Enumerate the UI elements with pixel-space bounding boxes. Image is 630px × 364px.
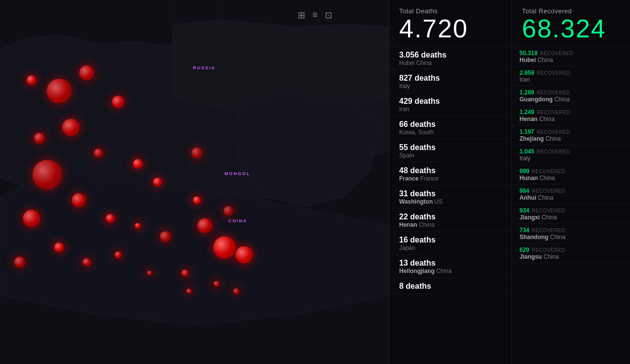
deaths-location: Washington US (399, 198, 502, 205)
recovered-location: Italy (519, 155, 623, 162)
recovered-location: Zhejiang China (519, 135, 623, 142)
recovered-location: Henan China (519, 116, 623, 122)
deaths-location: Spain (399, 152, 502, 159)
deaths-total-value: 4.720 (399, 16, 502, 41)
recovered-count-line: 1.045RECOVERED (519, 148, 623, 155)
recovered-list-item: 2.959RECOVEREDIran (512, 66, 630, 86)
recovered-location: Iran (519, 76, 623, 83)
recovered-count: 1.289 (519, 89, 534, 96)
grid-icon[interactable]: ⊞ (298, 10, 305, 21)
deaths-list-item: 3.056 deathsHubei China (389, 47, 511, 70)
recovered-list-item: 1.045RECOVEREDItaly (512, 145, 630, 165)
recovered-list-item: 1.249RECOVEREDHenan China (512, 106, 630, 125)
recovered-location: Jiangsu China (519, 253, 623, 260)
deaths-list-item: 66 deathsKorea, South (389, 116, 511, 139)
deaths-count: 429 deaths (399, 97, 502, 106)
deaths-location: Heilongjiang China (399, 268, 502, 274)
deaths-list-item: 16 deathsJapan (389, 232, 511, 255)
recovered-count: 2.959 (519, 69, 534, 76)
recovered-sublabel: RECOVERED (537, 70, 570, 76)
recovered-count-line: 999RECOVERED (519, 168, 623, 175)
recovered-list-item: 999RECOVEREDHunan China (512, 165, 630, 184)
deaths-count: 13 deaths (399, 259, 502, 268)
recovered-list-item: 629RECOVEREDJiangsu China (512, 243, 630, 263)
deaths-list-item: 13 deathsHeilongjiang China (389, 255, 511, 278)
recovered-list-item: 734RECOVEREDShandong China (512, 224, 630, 243)
deaths-count: 66 deaths (399, 120, 502, 129)
deaths-location: Japan (399, 244, 502, 251)
deaths-location: Iran (399, 106, 502, 113)
recovered-total-value: 68.324 (522, 16, 620, 41)
recovered-count: 1.045 (519, 148, 534, 155)
deaths-location: Korea, South (399, 129, 502, 136)
recovered-location: Anhui China (519, 194, 623, 201)
deaths-list-item: 31 deathsWashington US (389, 185, 511, 209)
recovered-count-line: 734RECOVERED (519, 227, 623, 234)
deaths-list-item: 827 deathsItaly (389, 70, 511, 93)
chart-icon[interactable]: ⊡ (325, 10, 332, 21)
recovered-location: Jiangxi China (519, 214, 623, 221)
recovered-count: 734 (519, 227, 529, 234)
recovered-sublabel: RECOVERED (532, 228, 566, 233)
deaths-header: Total Deaths 4.720 (389, 0, 511, 47)
map-background: RUSSIA MONGOL CHINA (0, 0, 394, 364)
recovered-count-line: 1.197RECOVERED (519, 128, 623, 135)
recovered-sublabel: RECOVERED (537, 129, 570, 135)
recovered-count-line: 1.289RECOVERED (519, 89, 623, 96)
recovered-header-label: Total Recovered (522, 7, 620, 15)
recovered-sublabel: RECOVERED (537, 90, 570, 95)
recovered-count: 1.197 (519, 128, 534, 135)
recovered-list-item: 50.318RECOVEREDHubei China (512, 47, 630, 66)
recovered-count: 629 (519, 246, 529, 253)
recovered-sublabel: RECOVERED (537, 110, 570, 115)
recovered-location: Shandong China (519, 234, 623, 241)
recovered-sublabel: RECOVERED (532, 188, 566, 194)
deaths-list-item: 55 deathsSpain (389, 139, 511, 162)
deaths-list-item: 429 deathsIran (389, 93, 511, 116)
recovered-location: Hunan China (519, 175, 623, 182)
recovered-count: 999 (519, 168, 529, 175)
recovered-list-item: 934RECOVEREDJiangxi China (512, 204, 630, 224)
recovered-count-line: 629RECOVERED (519, 246, 623, 253)
deaths-column: Total Deaths 4.720 3.056 deathsHubei Chi… (389, 0, 512, 364)
deaths-list-item: 22 deathsHenan China (389, 209, 511, 232)
table-icon[interactable]: ≡ (313, 10, 318, 21)
recovered-sublabel: RECOVERED (532, 208, 566, 213)
deaths-count: 16 deaths (399, 236, 502, 244)
recovered-sublabel: RECOVERED (540, 51, 573, 56)
deaths-count: 31 deaths (399, 189, 502, 198)
recovered-count: 1.249 (519, 109, 534, 116)
deaths-list-item: 48 deathsFrance France (389, 162, 511, 185)
deaths-count: 48 deaths (399, 166, 502, 175)
recovered-column: Total Recovered 68.324 50.318RECOVEREDHu… (512, 0, 630, 364)
recovered-list-item: 1.289RECOVEREDGuangdong China (512, 86, 630, 106)
deaths-location: Hubei China (399, 60, 502, 66)
deaths-count: 3.056 deaths (399, 51, 502, 60)
recovered-list-item: 1.197RECOVEREDZhejiang China (512, 125, 630, 145)
recovered-count: 50.318 (519, 50, 537, 57)
recovered-location: Hubei China (519, 57, 623, 63)
deaths-header-label: Total Deaths (399, 7, 502, 15)
deaths-count: 22 deaths (399, 212, 502, 221)
recovered-list-item: 984RECOVEREDAnhui China (512, 184, 630, 204)
deaths-location: France France (399, 175, 502, 182)
deaths-location: Henan China (399, 221, 502, 228)
deaths-count: 827 deaths (399, 74, 502, 83)
recovered-count-line: 1.249RECOVERED (519, 109, 623, 116)
recovered-count-line: 984RECOVERED (519, 187, 623, 194)
recovered-count: 934 (519, 207, 529, 214)
recovered-location: Guangdong China (519, 96, 623, 103)
recovered-sublabel: RECOVERED (532, 247, 566, 253)
toolbar: ⊞ ≡ ⊡ (298, 10, 333, 21)
right-panel: Total Deaths 4.720 3.056 deathsHubei Chi… (389, 0, 630, 364)
recovered-count-line: 934RECOVERED (519, 207, 623, 214)
deaths-list-item: 8 deaths (389, 278, 511, 294)
recovered-count-line: 2.959RECOVERED (519, 69, 623, 76)
recovered-count-line: 50.318RECOVERED (519, 50, 623, 57)
deaths-count: 8 deaths (399, 282, 502, 291)
recovered-header: Total Recovered 68.324 (512, 0, 630, 47)
deaths-location: Italy (399, 83, 502, 90)
recovered-count: 984 (519, 187, 529, 194)
recovered-sublabel: RECOVERED (537, 149, 570, 154)
recovered-sublabel: RECOVERED (532, 169, 566, 174)
